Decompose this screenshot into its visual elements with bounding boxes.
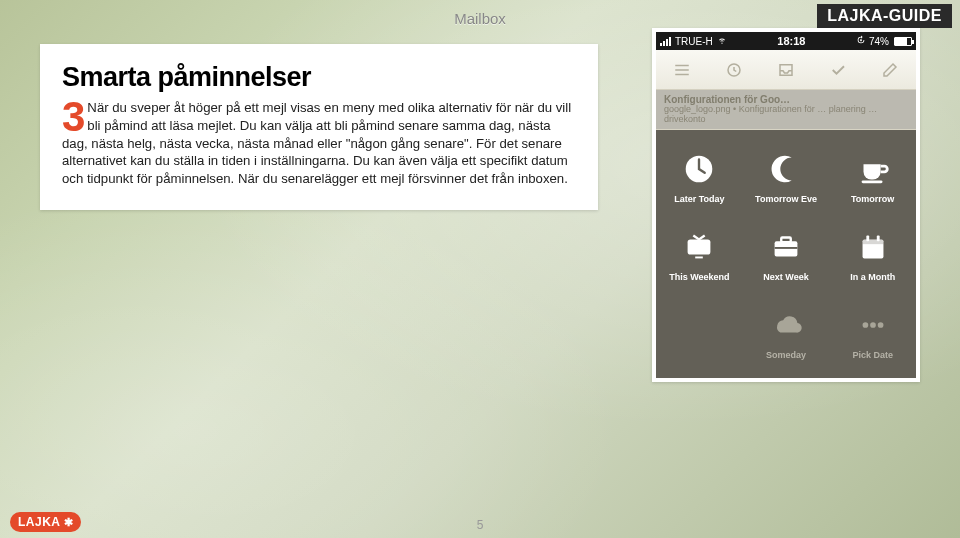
guide-badge: LAJKA-GUIDE <box>817 4 952 28</box>
svg-rect-12 <box>876 236 879 242</box>
svg-point-15 <box>877 322 883 328</box>
cup-icon <box>854 150 892 188</box>
snooze-this-weekend[interactable]: This Weekend <box>656 218 743 296</box>
svg-point-13 <box>862 322 868 328</box>
snooze-label: Tomorrow <box>851 194 894 204</box>
snooze-label: Next Week <box>763 272 808 282</box>
article-body-text: När du sveper åt höger på ett mejl visas… <box>62 100 571 186</box>
article-card: Smarta påminnelser 3 När du sveper åt hö… <box>40 44 598 210</box>
check-nav-icon[interactable] <box>827 59 849 81</box>
svg-rect-11 <box>866 236 869 242</box>
snooze-label: In a Month <box>850 272 895 282</box>
snooze-pick-date[interactable]: Pick Date <box>829 296 916 374</box>
dots-icon <box>854 306 892 344</box>
page-number: 5 <box>477 518 484 532</box>
svg-rect-5 <box>696 257 704 259</box>
mailbox-navbar <box>656 50 916 90</box>
phone-screenshot: TRUE-H 18:18 74% <box>652 28 920 382</box>
snooze-label: Pick Date <box>852 350 893 360</box>
article-title: Smarta påminnelser <box>62 62 576 93</box>
email-preview-text: google_logo.png • Konfigurationen för … … <box>664 105 908 125</box>
logo-spark-icon: ✱ <box>64 516 74 529</box>
carrier-label: TRUE-H <box>675 36 713 47</box>
compose-nav-icon[interactable] <box>879 59 901 81</box>
footer-logo: LAJKA ✱ <box>10 512 81 532</box>
email-subject: Konfigurationen för Goo… <box>664 94 908 105</box>
snooze-label: Someday <box>766 350 806 360</box>
snooze-panel: Later Today Tomorrow Eve Tomorrow This W <box>656 130 916 378</box>
snooze-someday[interactable]: Someday <box>743 296 830 374</box>
tv-icon <box>680 228 718 266</box>
cloud-icon <box>767 306 805 344</box>
inbox-nav-icon[interactable] <box>775 59 797 81</box>
svg-rect-4 <box>688 239 711 254</box>
svg-rect-8 <box>775 247 798 249</box>
menu-icon[interactable] <box>671 59 693 81</box>
rotation-lock-icon <box>856 35 866 47</box>
email-preview-row: Konfigurationen för Goo… google_logo.png… <box>656 90 916 130</box>
article-body: 3 När du sveper åt höger på ett mejl vis… <box>62 99 576 188</box>
step-number: 3 <box>62 100 85 134</box>
snooze-label: Tomorrow Eve <box>755 194 817 204</box>
snooze-blank <box>656 296 743 374</box>
svg-rect-10 <box>862 239 883 244</box>
clock-nav-icon[interactable] <box>723 59 745 81</box>
calendar-icon <box>854 228 892 266</box>
moon-icon <box>767 150 805 188</box>
svg-rect-7 <box>781 238 791 243</box>
status-bar: TRUE-H 18:18 74% <box>656 32 916 50</box>
signal-icon <box>660 37 671 46</box>
logo-text: LAJKA <box>18 515 61 529</box>
snooze-label: This Weekend <box>669 272 729 282</box>
snooze-tomorrow[interactable]: Tomorrow <box>829 140 916 218</box>
snooze-next-week[interactable]: Next Week <box>743 218 830 296</box>
svg-rect-3 <box>861 180 882 183</box>
battery-label: 74% <box>869 36 889 47</box>
wifi-icon <box>717 35 727 47</box>
svg-point-14 <box>870 322 876 328</box>
clock-icon <box>680 150 718 188</box>
battery-icon <box>894 37 912 46</box>
briefcase-icon <box>767 228 805 266</box>
snooze-in-a-month[interactable]: In a Month <box>829 218 916 296</box>
svg-rect-0 <box>860 39 862 41</box>
snooze-later-today[interactable]: Later Today <box>656 140 743 218</box>
snooze-tomorrow-eve[interactable]: Tomorrow Eve <box>743 140 830 218</box>
snooze-label: Later Today <box>674 194 724 204</box>
page-header-title: Mailbox <box>454 10 506 27</box>
clock-label: 18:18 <box>727 35 856 47</box>
